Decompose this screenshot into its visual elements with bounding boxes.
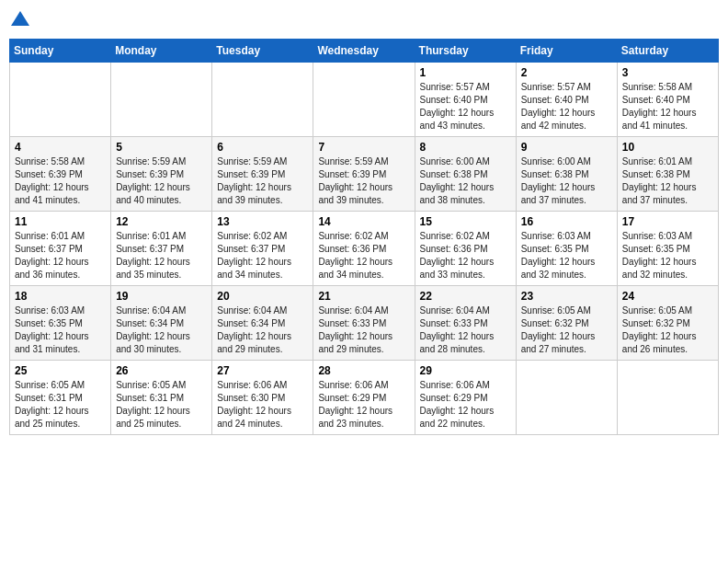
calendar-cell: 17Sunrise: 6:03 AM Sunset: 6:35 PM Dayli… (617, 212, 718, 286)
day-info: Sunrise: 5:57 AM Sunset: 6:40 PM Dayligh… (521, 81, 612, 132)
day-number: 9 (521, 141, 612, 154)
day-info: Sunrise: 6:01 AM Sunset: 6:38 PM Dayligh… (622, 155, 713, 207)
day-info: Sunrise: 6:06 AM Sunset: 6:29 PM Dayligh… (318, 379, 409, 431)
calendar-cell: 20Sunrise: 6:04 AM Sunset: 6:34 PM Dayli… (212, 286, 313, 361)
day-info: Sunrise: 6:00 AM Sunset: 6:38 PM Dayligh… (521, 155, 612, 207)
day-info: Sunrise: 6:03 AM Sunset: 6:35 PM Dayligh… (521, 230, 612, 282)
weekday-header-monday: Monday (111, 40, 212, 63)
calendar-cell: 19Sunrise: 6:04 AM Sunset: 6:34 PM Dayli… (111, 286, 212, 361)
calendar-cell: 13Sunrise: 6:02 AM Sunset: 6:37 PM Dayli… (212, 212, 313, 286)
day-number: 6 (217, 141, 308, 154)
day-number: 25 (15, 364, 106, 377)
day-info: Sunrise: 6:02 AM Sunset: 6:36 PM Dayligh… (420, 230, 511, 282)
day-info: Sunrise: 5:58 AM Sunset: 6:40 PM Dayligh… (622, 81, 713, 132)
day-info: Sunrise: 6:06 AM Sunset: 6:29 PM Dayligh… (420, 379, 511, 431)
day-number: 13 (217, 215, 308, 228)
logo-icon (9, 9, 31, 31)
day-number: 22 (420, 290, 511, 303)
day-info: Sunrise: 6:06 AM Sunset: 6:30 PM Dayligh… (217, 379, 308, 431)
calendar-cell: 16Sunrise: 6:03 AM Sunset: 6:35 PM Dayli… (516, 212, 617, 286)
calendar-cell: 14Sunrise: 6:02 AM Sunset: 6:36 PM Dayli… (313, 212, 415, 286)
day-info: Sunrise: 5:59 AM Sunset: 6:39 PM Dayligh… (318, 155, 409, 207)
day-info: Sunrise: 6:04 AM Sunset: 6:34 PM Dayligh… (217, 304, 308, 356)
day-info: Sunrise: 6:05 AM Sunset: 6:32 PM Dayligh… (521, 304, 612, 356)
day-info: Sunrise: 6:02 AM Sunset: 6:37 PM Dayligh… (217, 230, 308, 282)
day-info: Sunrise: 6:00 AM Sunset: 6:38 PM Dayligh… (420, 155, 511, 207)
day-number: 28 (318, 364, 409, 377)
calendar-cell (111, 63, 212, 137)
day-number: 18 (15, 290, 106, 303)
calendar-cell: 24Sunrise: 6:05 AM Sunset: 6:32 PM Dayli… (617, 286, 718, 361)
weekday-header-thursday: Thursday (415, 40, 516, 63)
day-info: Sunrise: 6:05 AM Sunset: 6:31 PM Dayligh… (116, 379, 207, 431)
day-info: Sunrise: 6:02 AM Sunset: 6:36 PM Dayligh… (318, 230, 409, 282)
day-number: 2 (521, 66, 612, 79)
day-number: 11 (15, 215, 106, 228)
day-info: Sunrise: 6:04 AM Sunset: 6:33 PM Dayligh… (318, 304, 409, 356)
day-number: 5 (116, 141, 207, 154)
day-number: 24 (622, 290, 713, 303)
calendar-week-row: 11Sunrise: 6:01 AM Sunset: 6:37 PM Dayli… (10, 212, 719, 286)
day-number: 4 (15, 141, 106, 154)
calendar-cell (313, 63, 415, 137)
day-number: 27 (217, 364, 308, 377)
calendar-cell: 15Sunrise: 6:02 AM Sunset: 6:36 PM Dayli… (415, 212, 516, 286)
calendar-cell: 25Sunrise: 6:05 AM Sunset: 6:31 PM Dayli… (10, 361, 111, 435)
day-number: 3 (622, 66, 713, 79)
calendar-cell: 3Sunrise: 5:58 AM Sunset: 6:40 PM Daylig… (617, 63, 718, 137)
day-info: Sunrise: 6:03 AM Sunset: 6:35 PM Dayligh… (622, 230, 713, 282)
calendar-cell: 12Sunrise: 6:01 AM Sunset: 6:37 PM Dayli… (111, 212, 212, 286)
calendar-cell: 27Sunrise: 6:06 AM Sunset: 6:30 PM Dayli… (212, 361, 313, 435)
day-number: 20 (217, 290, 308, 303)
calendar-cell: 18Sunrise: 6:03 AM Sunset: 6:35 PM Dayli… (10, 286, 111, 361)
calendar-cell: 23Sunrise: 6:05 AM Sunset: 6:32 PM Dayli… (516, 286, 617, 361)
day-number: 19 (116, 290, 207, 303)
day-number: 1 (420, 66, 511, 79)
calendar-cell: 7Sunrise: 5:59 AM Sunset: 6:39 PM Daylig… (313, 137, 415, 212)
weekday-header-sunday: Sunday (10, 40, 111, 63)
day-number: 7 (318, 141, 409, 154)
calendar-cell: 8Sunrise: 6:00 AM Sunset: 6:38 PM Daylig… (415, 137, 516, 212)
calendar-cell: 29Sunrise: 6:06 AM Sunset: 6:29 PM Dayli… (415, 361, 516, 435)
calendar-table: SundayMondayTuesdayWednesdayThursdayFrid… (9, 39, 719, 435)
day-info: Sunrise: 6:05 AM Sunset: 6:32 PM Dayligh… (622, 304, 713, 356)
weekday-header-tuesday: Tuesday (212, 40, 313, 63)
weekday-header-saturday: Saturday (617, 40, 718, 63)
weekday-header-wednesday: Wednesday (313, 40, 415, 63)
calendar-cell: 26Sunrise: 6:05 AM Sunset: 6:31 PM Dayli… (111, 361, 212, 435)
day-number: 14 (318, 215, 409, 228)
day-info: Sunrise: 5:57 AM Sunset: 6:40 PM Dayligh… (420, 81, 511, 132)
calendar-week-row: 4Sunrise: 5:58 AM Sunset: 6:39 PM Daylig… (10, 137, 719, 212)
day-number: 17 (622, 215, 713, 228)
day-info: Sunrise: 6:01 AM Sunset: 6:37 PM Dayligh… (15, 230, 106, 282)
calendar-cell (10, 63, 111, 137)
day-info: Sunrise: 5:59 AM Sunset: 6:39 PM Dayligh… (116, 155, 207, 207)
day-info: Sunrise: 6:04 AM Sunset: 6:34 PM Dayligh… (116, 304, 207, 356)
weekday-header-friday: Friday (516, 40, 617, 63)
day-info: Sunrise: 5:58 AM Sunset: 6:39 PM Dayligh… (15, 155, 106, 207)
day-number: 29 (420, 364, 511, 377)
logo (9, 9, 35, 31)
day-number: 10 (622, 141, 713, 154)
calendar-cell: 10Sunrise: 6:01 AM Sunset: 6:38 PM Dayli… (617, 137, 718, 212)
calendar-cell: 9Sunrise: 6:00 AM Sunset: 6:38 PM Daylig… (516, 137, 617, 212)
day-number: 16 (521, 215, 612, 228)
day-number: 15 (420, 215, 511, 228)
calendar-cell: 22Sunrise: 6:04 AM Sunset: 6:33 PM Dayli… (415, 286, 516, 361)
calendar-cell (617, 361, 718, 435)
calendar-cell: 21Sunrise: 6:04 AM Sunset: 6:33 PM Dayli… (313, 286, 415, 361)
weekday-header-row: SundayMondayTuesdayWednesdayThursdayFrid… (10, 40, 719, 63)
calendar-cell: 4Sunrise: 5:58 AM Sunset: 6:39 PM Daylig… (10, 137, 111, 212)
day-info: Sunrise: 5:59 AM Sunset: 6:39 PM Dayligh… (217, 155, 308, 207)
day-info: Sunrise: 6:04 AM Sunset: 6:33 PM Dayligh… (420, 304, 511, 356)
day-number: 12 (116, 215, 207, 228)
day-info: Sunrise: 6:03 AM Sunset: 6:35 PM Dayligh… (15, 304, 106, 356)
day-number: 26 (116, 364, 207, 377)
svg-marker-0 (11, 11, 29, 26)
day-info: Sunrise: 6:05 AM Sunset: 6:31 PM Dayligh… (15, 379, 106, 431)
calendar-cell: 11Sunrise: 6:01 AM Sunset: 6:37 PM Dayli… (10, 212, 111, 286)
calendar-cell: 2Sunrise: 5:57 AM Sunset: 6:40 PM Daylig… (516, 63, 617, 137)
day-number: 23 (521, 290, 612, 303)
calendar-cell: 6Sunrise: 5:59 AM Sunset: 6:39 PM Daylig… (212, 137, 313, 212)
calendar-week-row: 1Sunrise: 5:57 AM Sunset: 6:40 PM Daylig… (10, 63, 719, 137)
